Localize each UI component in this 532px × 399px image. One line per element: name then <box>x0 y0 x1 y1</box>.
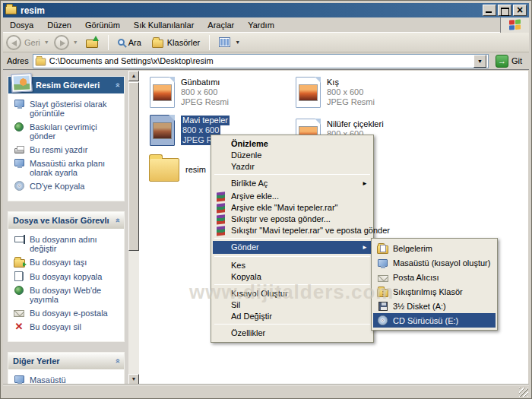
menu-item-kopyala[interactable]: Kopyala <box>213 271 372 282</box>
back-dropdown-icon[interactable]: ▼ <box>44 40 49 45</box>
sendto-belgelerim[interactable]: Belgelerim <box>373 241 496 255</box>
zipped-folder-icon <box>377 287 388 297</box>
winrar-icon <box>215 203 225 213</box>
email-icon <box>13 308 25 318</box>
task-copy-to-cd[interactable]: CD'ye Kopyala <box>13 181 121 191</box>
menu-item-sikistir-eposta[interactable]: Sıkıştır ve eposta gönder... <box>213 213 372 224</box>
collapse-chevron-icon[interactable] <box>115 356 119 366</box>
menu-item-kisayol-olustur[interactable]: Kısayol Oluştur <box>213 287 372 299</box>
resize-grip[interactable] <box>519 388 528 397</box>
task-move-file[interactable]: Bu dosyayı taşı <box>13 257 121 268</box>
collapse-chevron-icon[interactable] <box>115 81 119 90</box>
menu-item-sil[interactable]: Sil <box>213 299 372 310</box>
title-bar: resim <box>3 3 529 17</box>
address-path[interactable]: C:\Documents and Settings\x\Desktop\resi… <box>49 56 470 65</box>
standard-toolbar: Geri ▼ ▼ Ara Klasörler ▼ <box>3 33 529 52</box>
go-label: Git <box>511 56 522 65</box>
menu-item-sikistir-rar-eposta[interactable]: Sıkıştır "Mavi tepeler.rar" ve eposta gö… <box>213 224 372 236</box>
task-rename-file[interactable]: Bu dosyanın adını değiştir <box>13 234 121 253</box>
folders-button[interactable]: Klasörler <box>148 36 204 49</box>
scroll-down-button[interactable] <box>128 374 139 385</box>
menu-item-kes[interactable]: Kes <box>213 259 372 271</box>
forward-dropdown-icon[interactable]: ▼ <box>73 40 78 45</box>
winrar-icon <box>215 192 225 201</box>
winrar-icon <box>215 214 225 224</box>
file-name: Mavi tepeler <box>181 116 230 125</box>
sendto-disket[interactable]: 3½ Disket (A:) <box>373 299 496 313</box>
menu-dosya[interactable]: Dosya <box>3 18 40 32</box>
task-pane-sidebar: Resim Görevleri Slayt gösterisi olarak g… <box>3 71 128 385</box>
task-email-file[interactable]: Bu dosyayı e-postala <box>13 308 121 318</box>
menu-separator <box>214 174 370 175</box>
task-order-prints[interactable]: Baskıları çevrimiçi gönder <box>13 122 121 141</box>
other-places-header[interactable]: Diğer Yerler <box>8 353 124 369</box>
close-button[interactable] <box>513 5 527 16</box>
forward-button-icon[interactable] <box>54 35 69 50</box>
folder-icon <box>5 6 17 14</box>
task-set-desktop-background[interactable]: Masaüstü arka planı olarak ayarla <box>13 158 121 177</box>
sendto-masaustu[interactable]: Masaüstü (kısayol oluştur) <box>373 255 496 270</box>
up-button-icon[interactable] <box>86 37 100 48</box>
explorer-window: resim Dosya Düzen Görünüm Sık Kullanılan… <box>0 0 532 399</box>
file-dimensions: 800 x 600 <box>181 87 229 97</box>
scroll-up-button[interactable] <box>128 71 139 81</box>
jpeg-file-icon[interactable] <box>296 77 321 108</box>
search-button[interactable]: Ara <box>114 36 145 49</box>
task-print-picture[interactable]: Bu resmi yazdır <box>13 144 121 154</box>
address-dropdown-button[interactable]: ▼ <box>473 55 486 68</box>
task-delete-file[interactable]: ✕ Bu dosyayı sil <box>13 321 121 331</box>
address-folder-icon <box>36 59 46 66</box>
toolbar-separator <box>209 35 210 50</box>
windows-logo <box>500 17 529 33</box>
menu-separator <box>214 284 370 285</box>
collapse-chevron-icon[interactable] <box>115 216 119 225</box>
menu-item-arsive-ekle-rar[interactable]: Arşive ekle "Mavi tepeler.rar" <box>213 201 372 213</box>
menu-item-yazdir[interactable]: Yazdır <box>213 160 372 172</box>
maximize-button[interactable] <box>498 5 511 16</box>
task-copy-file[interactable]: Bu dosyayı kopyala <box>13 271 121 281</box>
menu-item-duzenle[interactable]: Düzenle <box>213 149 372 160</box>
menu-item-ad-degistir[interactable]: Ad Değiştir <box>213 310 372 321</box>
cd-drive-icon <box>377 315 388 325</box>
search-icon <box>118 39 125 46</box>
sendto-posta-alicisi[interactable]: Posta Alıcısı <box>373 270 496 284</box>
jpeg-file-icon[interactable] <box>150 77 175 108</box>
menu-item-gonder[interactable]: Gönder ► <box>213 241 372 254</box>
place-desktop[interactable]: Masaüstü <box>13 375 121 385</box>
picture-tasks-icon <box>11 73 32 92</box>
address-bar: Adres C:\Documents and Settings\x\Deskto… <box>3 52 529 70</box>
go-arrow-icon: → <box>496 55 508 68</box>
order-prints-icon <box>13 122 25 141</box>
file-folder-tasks-header[interactable]: Dosya ve Klasör Görevlı <box>8 212 124 229</box>
views-button[interactable]: ▼ <box>215 36 245 49</box>
rename-icon <box>13 234 25 253</box>
menu-item-ozellikler[interactable]: Özellikler <box>213 327 372 340</box>
delete-icon: ✕ <box>13 321 25 331</box>
menu-yardim[interactable]: Yardım <box>241 18 281 32</box>
menu-araclar[interactable]: Araçlar <box>201 18 241 32</box>
address-input[interactable]: C:\Documents and Settings\x\Desktop\resi… <box>33 54 489 68</box>
menu-item-birlikte-ac[interactable]: Birlikte Aç ► <box>213 177 372 190</box>
jpeg-file-icon-selected[interactable] <box>150 115 175 146</box>
menu-duzen[interactable]: Düzen <box>40 18 78 32</box>
send-to-submenu: Belgelerim Masaüstü (kısayol oluştur) Po… <box>371 238 498 331</box>
task-publish-web[interactable]: Bu dosyayı Web'de yayımla <box>13 285 121 304</box>
scrollbar-thumb[interactable] <box>128 82 139 251</box>
sendto-sikistirilmis-klasor[interactable]: Sıkıştırılmış Klasör <box>373 284 496 299</box>
go-button[interactable]: → Git <box>492 54 525 68</box>
folder-icon[interactable] <box>149 158 179 182</box>
menu-item-arsive-ekle[interactable]: Arşive ekle... <box>213 190 372 201</box>
menu-gorunum[interactable]: Görünüm <box>78 18 127 32</box>
back-button-label[interactable]: Geri <box>24 38 40 47</box>
back-button-icon[interactable] <box>6 35 21 50</box>
status-bar <box>3 385 529 397</box>
menu-item-onizleme[interactable]: Önizleme <box>213 138 372 149</box>
task-slideshow[interactable]: Slayt gösterisi olarak görüntüle <box>13 99 121 118</box>
sendto-cd-surucusu[interactable]: CD Sürücüsü (E:) <box>373 313 496 328</box>
sidebar-scrollbar[interactable] <box>128 71 139 385</box>
file-type: JPEG Resmi <box>181 97 229 107</box>
folder-name: resim <box>185 165 206 175</box>
menu-sik-kullanilanlar[interactable]: Sık Kullanılanlar <box>127 18 201 32</box>
file-folder-tasks-panel: Dosya ve Klasör Görevlı Bu dosyanın adın… <box>8 211 125 342</box>
minimize-button[interactable] <box>483 5 496 16</box>
